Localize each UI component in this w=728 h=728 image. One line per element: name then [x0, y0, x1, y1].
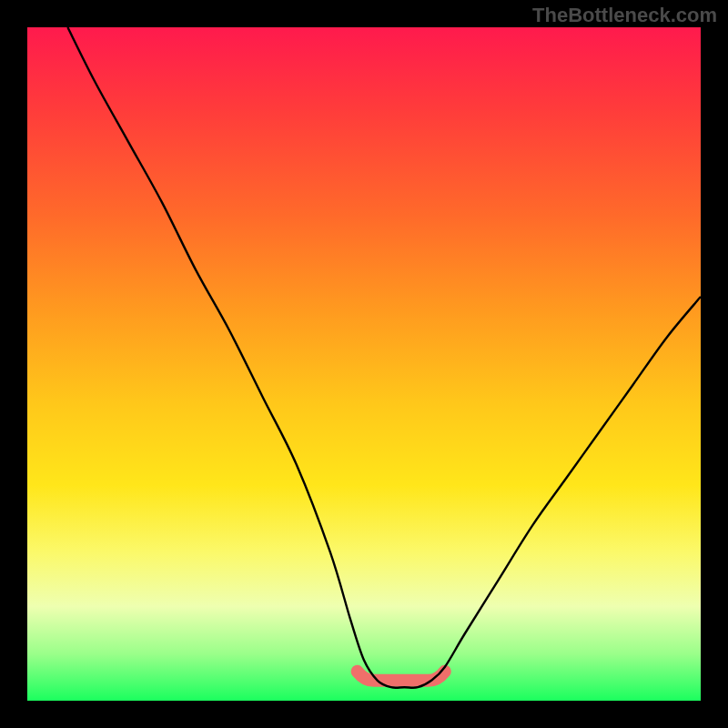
chart-frame: TheBottleneck.com [0, 0, 728, 728]
plot-area [27, 27, 701, 701]
bottleneck-curve [67, 27, 701, 688]
curve-layer [27, 27, 701, 701]
watermark-text: TheBottleneck.com [532, 4, 717, 27]
